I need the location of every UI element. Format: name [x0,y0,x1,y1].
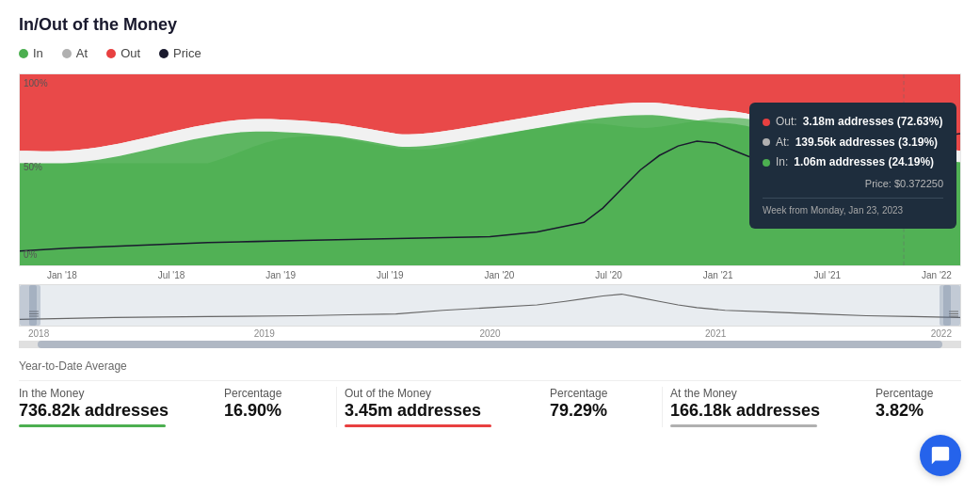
tooltip-price-label: Price: [865,178,892,189]
mini-chart[interactable]: ||| ||| [19,284,961,327]
x-label-jan21: Jan '21 [703,270,733,280]
legend-price: Price [159,46,201,60]
tooltip-out-label: Out: [776,112,797,133]
legend-dot-price [159,49,169,58]
legend-out: Out [106,46,140,60]
x-label-jul19: Jul '19 [377,270,404,280]
chart-legend: In At Out Price [19,46,961,60]
stats-section: Year-to-Date Average In the Money 736.82… [19,359,961,427]
scrollbar-thumb[interactable] [38,341,942,348]
chart-title: In/Out of the Money [19,15,961,35]
tooltip-in-label: In: [776,152,788,173]
mini-x-2021: 2021 [705,328,726,339]
legend-dot-out [106,49,116,58]
chat-icon [930,445,951,466]
tooltip-in-value: 1.06m addresses (24.19%) [794,152,934,173]
stat-at-header: At the Money [670,387,866,400]
x-label-jul20: Jul '20 [595,270,622,280]
stat-group-out: Out of the Money 3.45m addresses [345,387,550,427]
legend-label-in: In [33,46,43,60]
stat-out-value: 3.45m addresses [345,402,540,421]
legend-dot-in [19,49,28,58]
mini-x-2022: 2022 [931,328,952,339]
stat-in-pct-header: Percentage [224,387,310,400]
legend-at: At [62,46,88,60]
mini-x-2020: 2020 [479,328,500,339]
x-label-jan18: Jan '18 [47,270,77,280]
tooltip-out-value: 3.18m addresses (72.63%) [803,112,943,133]
stat-at-pct-header: Percentage [876,387,961,400]
stat-at-bar [670,424,817,427]
divider-1 [336,387,337,427]
legend-label-at: At [76,46,88,60]
x-axis-labels: Jan '18 Jul '18 Jan '19 Jul '19 Jan '20 … [19,266,961,280]
svg-rect-9 [20,285,960,326]
tooltip-price-row: Price: $0.372250 [763,175,943,194]
tooltip-in-dot [763,159,770,167]
mini-x-labels: 2018 2019 2020 2021 2022 [19,327,961,339]
stat-pct-out-group: Percentage 79.29% [550,387,654,427]
tooltip-week: Week from Monday, Jan 23, 2023 [763,198,943,219]
mini-x-2019: 2019 [254,328,275,339]
tooltip-at-label: At: [776,133,790,153]
tooltip-out-row: Out: 3.18m addresses (72.63%) [763,112,943,133]
chart-tooltip: Out: 3.18m addresses (72.63%) At: 139.56… [749,103,956,229]
legend-in: In [19,46,43,60]
stat-out-pct-header: Percentage [550,387,635,400]
legend-label-out: Out [120,46,140,60]
scroll-handle-right[interactable] [940,285,951,326]
stat-in-pct: 16.90% [224,402,310,421]
legend-dot-at [62,49,72,58]
tooltip-at-row: At: 139.56k addresses (3.19%) [763,133,943,153]
y-label-0: 0% [24,249,37,260]
x-label-jan22: Jan '22 [922,270,952,280]
horizontal-scrollbar[interactable] [19,341,961,348]
stat-out-header: Out of the Money [345,387,540,400]
stat-in-value: 736.82k addresses [19,402,215,421]
stat-group-in: In the Money 736.82k addresses [19,387,224,427]
stats-title: Year-to-Date Average [19,359,961,373]
x-label-jul18: Jul '18 [158,270,185,280]
main-chart[interactable]: $3 $2 $1 $0 100% 50% 0% Out: 3.18m addre… [19,73,961,266]
stat-pct-at-group: Percentage 3.82% [876,387,961,427]
stat-in-header: In the Money [19,387,215,400]
tooltip-at-dot [763,138,770,146]
legend-label-price: Price [173,46,201,60]
stat-at-pct: 3.82% [876,402,961,421]
x-label-jan19: Jan '19 [265,270,296,280]
stat-at-value: 166.18k addresses [670,402,866,421]
stat-out-pct: 79.29% [550,402,635,421]
stat-group-at: At the Money 166.18k addresses [670,387,876,427]
divider-2 [662,387,663,427]
x-label-jul21: Jul '21 [814,270,842,280]
y-label-100: 100% [24,78,48,88]
mini-x-2018: 2018 [28,328,49,339]
x-label-jan20: Jan '20 [485,270,515,280]
tooltip-price-value: $0.372250 [894,178,943,189]
tooltip-in-row: In: 1.06m addresses (24.19%) [763,152,943,173]
tooltip-out-dot [763,119,770,126]
stat-in-bar [19,424,166,427]
stat-pct-in-group: Percentage 16.90% [224,387,329,427]
scroll-handle-left[interactable] [29,285,40,326]
mini-chart-svg: ||| ||| [20,285,960,326]
stat-out-bar [345,424,491,427]
y-label-50: 50% [24,162,42,172]
tooltip-at-value: 139.56k addresses (3.19%) [795,133,938,153]
chat-bubble-button[interactable] [920,435,961,476]
